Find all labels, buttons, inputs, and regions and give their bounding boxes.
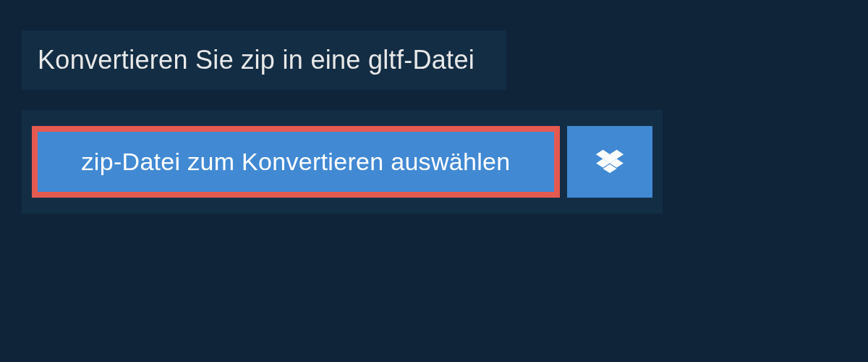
title-bar: Konvertieren Sie zip in eine gltf-Datei <box>22 30 506 90</box>
select-file-button-label: zip-Datei zum Konvertieren auswählen <box>82 148 511 176</box>
dropbox-button[interactable] <box>567 126 652 198</box>
dropbox-icon <box>596 150 624 174</box>
converter-panel: Konvertieren Sie zip in eine gltf-Datei … <box>0 0 868 214</box>
select-file-button[interactable]: zip-Datei zum Konvertieren auswählen <box>32 126 560 198</box>
button-row: zip-Datei zum Konvertieren auswählen <box>22 110 663 214</box>
page-title: Konvertieren Sie zip in eine gltf-Datei <box>38 45 475 75</box>
